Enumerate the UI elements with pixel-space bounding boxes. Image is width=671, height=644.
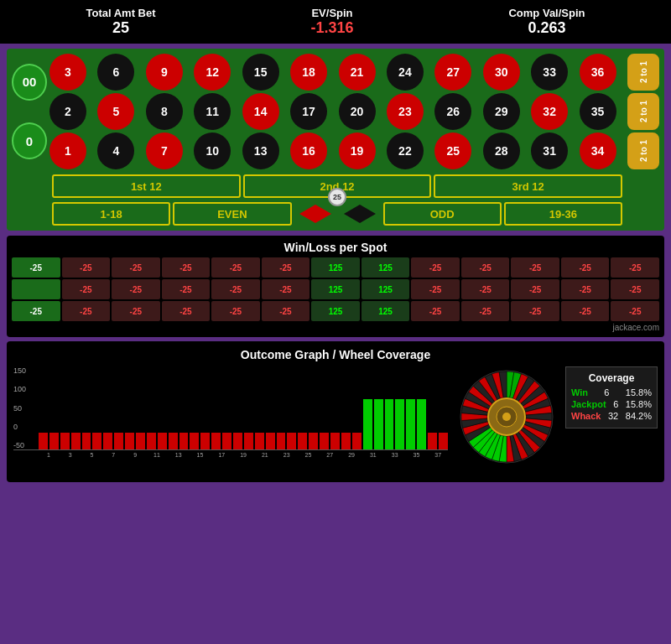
wl-cell: 125 (311, 279, 360, 299)
number-30[interactable]: 30 (483, 54, 520, 91)
ev-spin-label: EV/Spin (310, 7, 353, 19)
bar (385, 399, 394, 449)
zero-column: 00 0 (12, 54, 47, 169)
number-17[interactable]: 17 (290, 93, 327, 130)
ev-spin-section: EV/Spin -1.316 (310, 7, 353, 37)
number-12[interactable]: 12 (194, 54, 231, 91)
jackace-credit: jackace.com (12, 323, 659, 332)
x-label: 25 (299, 452, 319, 458)
number-28[interactable]: 28 (483, 132, 520, 169)
number-13[interactable]: 13 (242, 132, 279, 169)
number-3[interactable]: 3 (49, 54, 86, 91)
win-loss-grid: -25-25-25-25-25-25125125-25-25-25-25-25-… (12, 257, 659, 321)
wl-cell: -25 (611, 279, 659, 299)
two-to-one-top[interactable]: 2 to 1 (627, 54, 659, 91)
number-27[interactable]: 27 (434, 54, 471, 91)
wl-cell: -25 (211, 279, 260, 299)
chart-area: 150 100 50 0 -50 (13, 366, 448, 450)
number-19[interactable]: 19 (339, 132, 376, 169)
number-18[interactable]: 18 (290, 54, 327, 91)
bet-odd[interactable]: ODD (383, 202, 502, 226)
number-1[interactable]: 1 (49, 132, 86, 169)
number-20[interactable]: 20 (339, 93, 376, 130)
y-50: 50 (13, 404, 26, 413)
bet-even[interactable]: EVEN (173, 202, 291, 226)
wl-cell: -25 (561, 301, 610, 321)
number-25[interactable]: 25 (434, 132, 471, 169)
bet-1-18[interactable]: 1-18 (52, 202, 170, 226)
coverage-table: Coverage Win 6 15.8% Jackpot 6 15.8% Wha… (565, 366, 658, 428)
number-16[interactable]: 16 (290, 132, 327, 169)
single-zero[interactable]: 0 (12, 122, 47, 159)
number-7[interactable]: 7 (146, 132, 183, 169)
bar (244, 433, 253, 449)
wl-cell: -25 (12, 301, 60, 321)
x-label: 5 (82, 452, 102, 458)
x-label: 1 (39, 452, 59, 458)
wl-cell: -25 (162, 279, 211, 299)
wl-cell: -25 (461, 301, 510, 321)
two-to-one-mid[interactable]: 2 to 1 (627, 93, 659, 130)
double-zero[interactable]: 00 (12, 64, 47, 101)
wl-cell: -25 (62, 257, 111, 278)
svg-marker-0 (299, 205, 331, 223)
bar (103, 433, 112, 449)
wl-cell: -25 (561, 279, 610, 299)
roulette-table: 00 0 36912151821242730333625811141720232… (7, 49, 664, 231)
second-dozen[interactable]: 2nd 12 25 (243, 174, 432, 198)
dozen-row: 1st 12 2nd 12 25 3rd 12 (12, 174, 659, 198)
number-26[interactable]: 26 (434, 93, 471, 130)
first-dozen[interactable]: 1st 12 (52, 174, 241, 198)
wl-cell: -25 (411, 257, 460, 278)
coverage-win-row: Win 6 15.8% (571, 387, 652, 397)
number-35[interactable]: 35 (580, 93, 616, 130)
wl-cell: -25 (62, 279, 111, 299)
coverage-jackpot-count: 6 (613, 399, 618, 409)
wl-cell: -25 (262, 279, 310, 299)
number-11[interactable]: 11 (194, 93, 231, 130)
number-6[interactable]: 6 (97, 54, 134, 91)
coverage-win-label: Win (571, 387, 588, 397)
number-9[interactable]: 9 (146, 54, 183, 91)
wl-cell: -25 (112, 257, 160, 278)
number-24[interactable]: 24 (387, 54, 424, 91)
two-to-one-column: 2 to 1 2 to 1 2 to 1 (627, 54, 659, 169)
number-31[interactable]: 31 (531, 132, 568, 169)
number-2[interactable]: 2 (49, 93, 86, 130)
number-33[interactable]: 33 (531, 54, 568, 91)
bet-black[interactable] (339, 202, 381, 226)
bet-19-36[interactable]: 19-36 (504, 202, 622, 226)
coverage-jackpot-label: Jackpot (571, 399, 606, 409)
x-label: 33 (385, 452, 405, 458)
number-10[interactable]: 10 (194, 132, 231, 169)
bar (147, 433, 156, 449)
number-22[interactable]: 22 (387, 132, 424, 169)
number-14[interactable]: 14 (242, 93, 279, 130)
number-32[interactable]: 32 (531, 93, 568, 130)
number-36[interactable]: 36 (580, 54, 616, 91)
x-label: 27 (320, 452, 340, 458)
number-15[interactable]: 15 (242, 54, 279, 91)
bar (417, 399, 426, 449)
number-23[interactable]: 23 (387, 93, 424, 130)
number-4[interactable]: 4 (97, 132, 134, 169)
bar (114, 433, 123, 449)
total-amt-bet-value: 25 (86, 19, 155, 37)
number-5[interactable]: 5 (97, 93, 134, 130)
wl-cell: 125 (362, 301, 410, 321)
bar (255, 433, 264, 449)
x-label: 7 (103, 452, 123, 458)
number-29[interactable]: 29 (483, 93, 520, 130)
bet-red[interactable] (294, 202, 336, 226)
bar (395, 399, 404, 449)
win-loss-container: Win/Loss per Spot -25-25-25-25-25-251251… (7, 236, 664, 337)
number-21[interactable]: 21 (339, 54, 376, 91)
number-8[interactable]: 8 (146, 93, 183, 130)
bar (341, 433, 351, 449)
bar (200, 433, 210, 449)
third-dozen[interactable]: 3rd 12 (434, 174, 622, 198)
number-34[interactable]: 34 (580, 132, 616, 169)
wl-cell: -25 (511, 301, 559, 321)
bar (136, 433, 145, 449)
two-to-one-bot[interactable]: 2 to 1 (627, 132, 659, 169)
